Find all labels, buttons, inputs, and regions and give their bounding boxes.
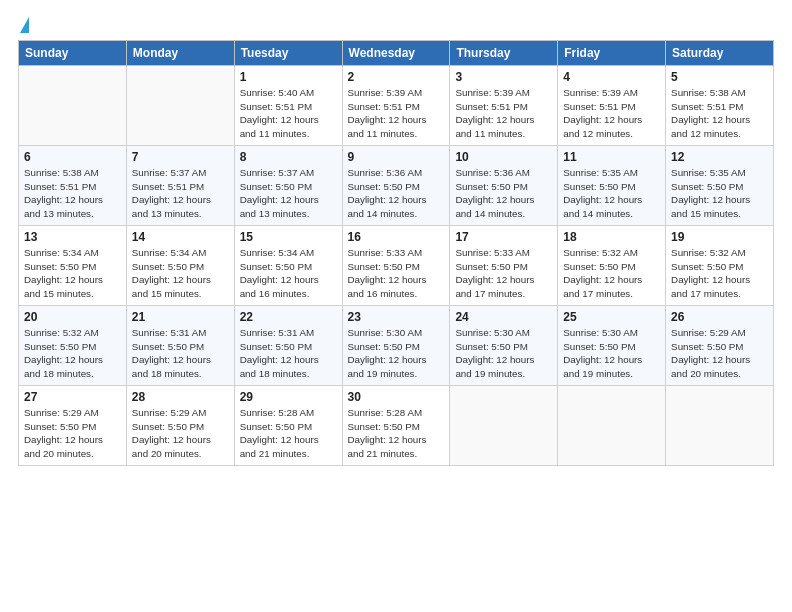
day-number: 20 bbox=[24, 310, 121, 324]
day-number: 16 bbox=[348, 230, 445, 244]
day-cell: 27Sunrise: 5:29 AMSunset: 5:50 PMDayligh… bbox=[19, 386, 127, 466]
col-header-wednesday: Wednesday bbox=[342, 41, 450, 66]
day-number: 24 bbox=[455, 310, 552, 324]
day-number: 26 bbox=[671, 310, 768, 324]
week-row-1: 6Sunrise: 5:38 AMSunset: 5:51 PMDaylight… bbox=[19, 146, 774, 226]
col-header-monday: Monday bbox=[126, 41, 234, 66]
day-cell: 9Sunrise: 5:36 AMSunset: 5:50 PMDaylight… bbox=[342, 146, 450, 226]
day-info: Sunrise: 5:32 AMSunset: 5:50 PMDaylight:… bbox=[24, 326, 121, 381]
day-number: 13 bbox=[24, 230, 121, 244]
day-info: Sunrise: 5:29 AMSunset: 5:50 PMDaylight:… bbox=[671, 326, 768, 381]
day-cell: 2Sunrise: 5:39 AMSunset: 5:51 PMDaylight… bbox=[342, 66, 450, 146]
col-header-sunday: Sunday bbox=[19, 41, 127, 66]
day-info: Sunrise: 5:37 AMSunset: 5:51 PMDaylight:… bbox=[132, 166, 229, 221]
day-info: Sunrise: 5:35 AMSunset: 5:50 PMDaylight:… bbox=[671, 166, 768, 221]
day-info: Sunrise: 5:39 AMSunset: 5:51 PMDaylight:… bbox=[455, 86, 552, 141]
day-number: 12 bbox=[671, 150, 768, 164]
day-number: 25 bbox=[563, 310, 660, 324]
day-cell: 11Sunrise: 5:35 AMSunset: 5:50 PMDayligh… bbox=[558, 146, 666, 226]
day-info: Sunrise: 5:34 AMSunset: 5:50 PMDaylight:… bbox=[132, 246, 229, 301]
day-number: 10 bbox=[455, 150, 552, 164]
day-info: Sunrise: 5:34 AMSunset: 5:50 PMDaylight:… bbox=[24, 246, 121, 301]
col-header-thursday: Thursday bbox=[450, 41, 558, 66]
col-header-saturday: Saturday bbox=[666, 41, 774, 66]
day-info: Sunrise: 5:38 AMSunset: 5:51 PMDaylight:… bbox=[24, 166, 121, 221]
logo bbox=[18, 18, 29, 34]
day-number: 3 bbox=[455, 70, 552, 84]
day-number: 6 bbox=[24, 150, 121, 164]
day-number: 18 bbox=[563, 230, 660, 244]
day-info: Sunrise: 5:37 AMSunset: 5:50 PMDaylight:… bbox=[240, 166, 337, 221]
day-number: 5 bbox=[671, 70, 768, 84]
day-number: 8 bbox=[240, 150, 337, 164]
day-number: 23 bbox=[348, 310, 445, 324]
day-cell: 7Sunrise: 5:37 AMSunset: 5:51 PMDaylight… bbox=[126, 146, 234, 226]
day-info: Sunrise: 5:29 AMSunset: 5:50 PMDaylight:… bbox=[132, 406, 229, 461]
day-cell: 20Sunrise: 5:32 AMSunset: 5:50 PMDayligh… bbox=[19, 306, 127, 386]
day-info: Sunrise: 5:30 AMSunset: 5:50 PMDaylight:… bbox=[455, 326, 552, 381]
day-cell: 24Sunrise: 5:30 AMSunset: 5:50 PMDayligh… bbox=[450, 306, 558, 386]
day-cell: 12Sunrise: 5:35 AMSunset: 5:50 PMDayligh… bbox=[666, 146, 774, 226]
col-header-tuesday: Tuesday bbox=[234, 41, 342, 66]
calendar-table: SundayMondayTuesdayWednesdayThursdayFrid… bbox=[18, 40, 774, 466]
day-info: Sunrise: 5:31 AMSunset: 5:50 PMDaylight:… bbox=[240, 326, 337, 381]
day-cell: 3Sunrise: 5:39 AMSunset: 5:51 PMDaylight… bbox=[450, 66, 558, 146]
day-cell: 1Sunrise: 5:40 AMSunset: 5:51 PMDaylight… bbox=[234, 66, 342, 146]
day-cell bbox=[450, 386, 558, 466]
day-cell: 8Sunrise: 5:37 AMSunset: 5:50 PMDaylight… bbox=[234, 146, 342, 226]
day-number: 15 bbox=[240, 230, 337, 244]
day-info: Sunrise: 5:39 AMSunset: 5:51 PMDaylight:… bbox=[563, 86, 660, 141]
day-number: 17 bbox=[455, 230, 552, 244]
day-number: 4 bbox=[563, 70, 660, 84]
day-info: Sunrise: 5:28 AMSunset: 5:50 PMDaylight:… bbox=[348, 406, 445, 461]
day-info: Sunrise: 5:30 AMSunset: 5:50 PMDaylight:… bbox=[348, 326, 445, 381]
day-cell: 17Sunrise: 5:33 AMSunset: 5:50 PMDayligh… bbox=[450, 226, 558, 306]
day-cell: 26Sunrise: 5:29 AMSunset: 5:50 PMDayligh… bbox=[666, 306, 774, 386]
day-info: Sunrise: 5:33 AMSunset: 5:50 PMDaylight:… bbox=[348, 246, 445, 301]
day-cell bbox=[126, 66, 234, 146]
day-cell: 14Sunrise: 5:34 AMSunset: 5:50 PMDayligh… bbox=[126, 226, 234, 306]
page: SundayMondayTuesdayWednesdayThursdayFrid… bbox=[0, 0, 792, 612]
day-cell: 25Sunrise: 5:30 AMSunset: 5:50 PMDayligh… bbox=[558, 306, 666, 386]
day-cell: 13Sunrise: 5:34 AMSunset: 5:50 PMDayligh… bbox=[19, 226, 127, 306]
calendar-body: 1Sunrise: 5:40 AMSunset: 5:51 PMDaylight… bbox=[19, 66, 774, 466]
day-number: 9 bbox=[348, 150, 445, 164]
day-info: Sunrise: 5:40 AMSunset: 5:51 PMDaylight:… bbox=[240, 86, 337, 141]
day-number: 21 bbox=[132, 310, 229, 324]
day-info: Sunrise: 5:36 AMSunset: 5:50 PMDaylight:… bbox=[455, 166, 552, 221]
day-info: Sunrise: 5:39 AMSunset: 5:51 PMDaylight:… bbox=[348, 86, 445, 141]
day-info: Sunrise: 5:33 AMSunset: 5:50 PMDaylight:… bbox=[455, 246, 552, 301]
day-cell: 22Sunrise: 5:31 AMSunset: 5:50 PMDayligh… bbox=[234, 306, 342, 386]
day-number: 2 bbox=[348, 70, 445, 84]
week-row-2: 13Sunrise: 5:34 AMSunset: 5:50 PMDayligh… bbox=[19, 226, 774, 306]
week-row-0: 1Sunrise: 5:40 AMSunset: 5:51 PMDaylight… bbox=[19, 66, 774, 146]
day-cell: 23Sunrise: 5:30 AMSunset: 5:50 PMDayligh… bbox=[342, 306, 450, 386]
day-cell: 15Sunrise: 5:34 AMSunset: 5:50 PMDayligh… bbox=[234, 226, 342, 306]
logo-triangle-icon bbox=[20, 17, 29, 33]
day-info: Sunrise: 5:28 AMSunset: 5:50 PMDaylight:… bbox=[240, 406, 337, 461]
day-number: 14 bbox=[132, 230, 229, 244]
day-info: Sunrise: 5:36 AMSunset: 5:50 PMDaylight:… bbox=[348, 166, 445, 221]
header-row: SundayMondayTuesdayWednesdayThursdayFrid… bbox=[19, 41, 774, 66]
day-cell: 18Sunrise: 5:32 AMSunset: 5:50 PMDayligh… bbox=[558, 226, 666, 306]
day-number: 28 bbox=[132, 390, 229, 404]
day-number: 7 bbox=[132, 150, 229, 164]
header bbox=[18, 18, 774, 34]
day-cell: 16Sunrise: 5:33 AMSunset: 5:50 PMDayligh… bbox=[342, 226, 450, 306]
day-number: 27 bbox=[24, 390, 121, 404]
day-number: 11 bbox=[563, 150, 660, 164]
day-info: Sunrise: 5:32 AMSunset: 5:50 PMDaylight:… bbox=[671, 246, 768, 301]
day-cell bbox=[19, 66, 127, 146]
day-number: 29 bbox=[240, 390, 337, 404]
day-info: Sunrise: 5:32 AMSunset: 5:50 PMDaylight:… bbox=[563, 246, 660, 301]
day-cell: 19Sunrise: 5:32 AMSunset: 5:50 PMDayligh… bbox=[666, 226, 774, 306]
day-cell bbox=[558, 386, 666, 466]
week-row-3: 20Sunrise: 5:32 AMSunset: 5:50 PMDayligh… bbox=[19, 306, 774, 386]
day-info: Sunrise: 5:31 AMSunset: 5:50 PMDaylight:… bbox=[132, 326, 229, 381]
day-number: 19 bbox=[671, 230, 768, 244]
day-cell: 28Sunrise: 5:29 AMSunset: 5:50 PMDayligh… bbox=[126, 386, 234, 466]
day-cell: 5Sunrise: 5:38 AMSunset: 5:51 PMDaylight… bbox=[666, 66, 774, 146]
day-cell: 4Sunrise: 5:39 AMSunset: 5:51 PMDaylight… bbox=[558, 66, 666, 146]
day-info: Sunrise: 5:29 AMSunset: 5:50 PMDaylight:… bbox=[24, 406, 121, 461]
day-cell: 6Sunrise: 5:38 AMSunset: 5:51 PMDaylight… bbox=[19, 146, 127, 226]
